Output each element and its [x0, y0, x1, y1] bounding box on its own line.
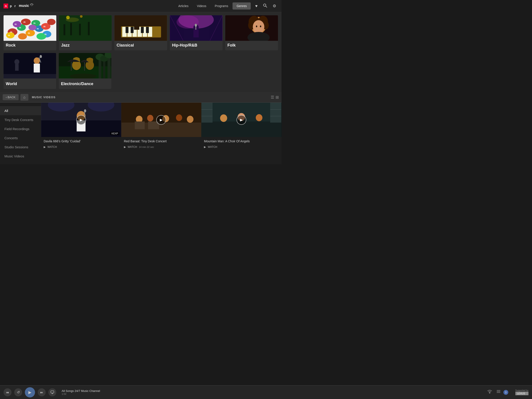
svg-point-17 [29, 25, 37, 30]
video-card-3[interactable]: ▶ Mountain Man: A Choir Of Angels ▶ WATC… [201, 103, 282, 164]
svg-point-93 [90, 58, 93, 61]
svg-rect-106 [121, 123, 201, 137]
svg-rect-124 [270, 116, 281, 116]
video-info-2: Red Baraat: Tiny Desk Concert ▶ WATCH 14… [121, 137, 202, 151]
list-view-icon[interactable]: ☰ [271, 95, 274, 100]
svg-point-18 [47, 19, 56, 25]
back-button[interactable]: ‹ BACK [3, 94, 19, 100]
video-title-3: Mountain Man: A Choir Of Angels [204, 139, 279, 143]
grid-view-icon[interactable]: ⊞ [276, 95, 279, 100]
genre-card-electronic[interactable]: Electronic/Dance [59, 53, 111, 89]
genre-folk-label: Folk [225, 41, 278, 50]
nav-articles[interactable]: Articles [174, 2, 192, 10]
video-title-1: Davila 666's Gritty 'Cuidad' [44, 139, 119, 143]
genre-card-hiphop[interactable]: Hip-Hop/R&B [170, 15, 222, 50]
watch-label-2: WATCH [128, 146, 137, 149]
logo-p: p [9, 4, 13, 8]
back-arrow-icon: ‹ [6, 95, 7, 99]
svg-point-65 [253, 20, 265, 33]
video-info-3: Mountain Man: A Choir Of Angels ▶ WATCH [201, 137, 282, 151]
genre-card-folk[interactable]: Folk [225, 15, 278, 50]
video-thumb-3: ▶ [201, 103, 282, 137]
svg-point-7 [26, 30, 35, 36]
nav-videos[interactable]: Videos [193, 2, 210, 10]
play-button-1[interactable]: ▶ [76, 115, 86, 125]
genre-card-rock[interactable]: m m m m m m m m m m Rock [4, 15, 56, 50]
genre-jazz-label: Jazz [59, 41, 112, 50]
svg-rect-81 [103, 60, 105, 78]
video-card-1[interactable]: ▶ KEXP Davila 666's Gritty 'Cuidad' ▶ WA… [41, 103, 121, 164]
gear-icon[interactable]: ⚙ [271, 3, 278, 9]
svg-point-73 [34, 57, 40, 64]
svg-rect-95 [84, 62, 85, 71]
sidebar-item-music-videos[interactable]: Music Videos [0, 152, 41, 161]
logo-n: n [4, 4, 8, 8]
genres-section: m m m m m m m m m m Rock [0, 12, 282, 92]
sidebar-item-concerts[interactable]: Concerts [0, 133, 41, 143]
svg-text:m: m [15, 23, 17, 25]
svg-point-102 [84, 109, 86, 112]
header-icons: ♥ ⚙ [253, 2, 278, 10]
kexp-badge: KEXP [110, 132, 119, 135]
svg-text:m: m [44, 33, 47, 35]
video-section: ‹ BACK ⌂ MUSIC VIDEOS ☰ ⊞ All Tiny Desk … [0, 92, 282, 164]
watch-play-icon-2: ▶ [124, 146, 126, 149]
logo: n p r music [4, 3, 37, 9]
nav-genres[interactable]: Genres [233, 2, 251, 10]
svg-point-58 [195, 24, 197, 27]
header: n p r music Articles Videos Programs Gen… [0, 0, 282, 12]
svg-point-116 [220, 114, 227, 122]
home-button[interactable]: ⌂ [20, 94, 28, 101]
video-info-1: Davila 666's Gritty 'Cuidad' ▶ WATCH [41, 137, 121, 151]
svg-rect-123 [270, 109, 281, 110]
video-card-2[interactable]: ▶ Red Baraat: Tiny Desk Concert ▶ WATCH … [121, 103, 202, 164]
genre-card-classical[interactable]: Classical [114, 15, 167, 50]
genre-card-world[interactable]: World [4, 53, 56, 89]
svg-rect-122 [202, 116, 213, 116]
svg-rect-34 [70, 23, 72, 35]
video-thumb-1: ▶ KEXP [41, 103, 121, 137]
sidebar-item-field-recordings[interactable]: Field Recordings [0, 124, 41, 133]
svg-text:m: m [44, 25, 45, 28]
svg-point-10 [21, 19, 31, 25]
watch-btn-2[interactable]: ▶ WATCH 14 min 22 sec [124, 146, 199, 149]
svg-rect-36 [88, 22, 90, 35]
sidebar-item-studio-sessions[interactable]: Studio Sessions [0, 143, 41, 152]
sidebar-item-all[interactable]: All [0, 106, 41, 115]
svg-rect-49 [146, 27, 149, 33]
watch-btn-3[interactable]: ▶ WATCH [204, 146, 279, 149]
logo-music: music [19, 3, 37, 9]
sidebar: All Tiny Desk Concerts Field Recordings … [0, 103, 41, 164]
svg-text:m: m [19, 26, 21, 29]
play-button-2[interactable]: ▶ [156, 115, 166, 125]
svg-text:music: music [19, 4, 29, 7]
svg-point-50 [134, 20, 139, 26]
svg-rect-119 [202, 103, 213, 123]
watch-label-1: WATCH [47, 146, 57, 149]
svg-rect-56 [194, 30, 199, 38]
svg-text:m: m [37, 27, 39, 30]
svg-point-111 [187, 116, 193, 123]
svg-text:m: m [10, 31, 12, 33]
svg-rect-120 [270, 103, 281, 123]
svg-rect-77 [4, 74, 56, 78]
play-button-3[interactable]: ▶ [236, 115, 246, 125]
watch-btn-1[interactable]: ▶ WATCH [44, 146, 119, 149]
watch-play-icon-1: ▶ [44, 146, 46, 149]
genre-card-jazz[interactable]: Jazz [59, 15, 112, 50]
heart-icon[interactable]: ♥ [253, 3, 259, 9]
svg-point-76 [40, 55, 42, 58]
svg-rect-112 [134, 121, 145, 129]
back-label: BACK [7, 95, 15, 99]
genre-hiphop-label: Hip-Hop/R&B [170, 41, 222, 50]
sidebar-item-tiny-desk[interactable]: Tiny Desk Concerts [0, 115, 41, 124]
svg-point-66 [256, 25, 257, 27]
genre-grid-row1: m m m m m m m m m m Rock [4, 15, 278, 50]
nav-programs[interactable]: Programs [211, 2, 232, 10]
genre-world-label: World [4, 79, 56, 89]
svg-point-67 [260, 25, 261, 27]
watch-play-icon-3: ▶ [204, 146, 206, 149]
search-icon[interactable] [261, 2, 269, 10]
svg-rect-80 [99, 57, 101, 78]
svg-rect-35 [79, 24, 81, 35]
